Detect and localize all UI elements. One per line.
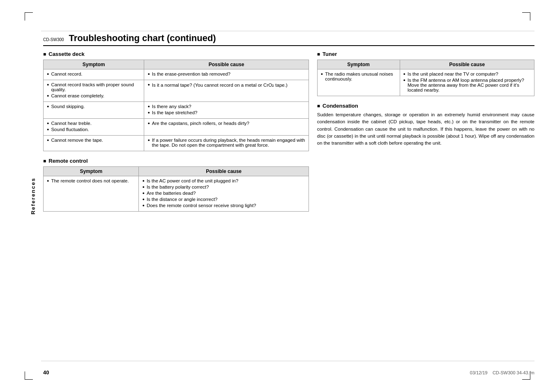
symptom-item: Cannot record tracks with proper sound q… xyxy=(47,82,140,92)
symptom-cell: The radio makes unusual noises continuou… xyxy=(317,69,400,96)
cause-cell: If a power failure occurs during playbac… xyxy=(144,136,309,151)
right-column: Tuner Symptom Possible cause Th xyxy=(317,51,534,218)
corner-mark-bl xyxy=(25,371,33,380)
footer-date: 03/12/19 xyxy=(470,370,488,375)
cause-item: Is the unit placed near the TV or comput… xyxy=(403,71,531,76)
page-footer: 40 03/12/19 CD-SW300 34-43.fm xyxy=(43,369,534,376)
cause-item: Is it a normal tape? (You cannot record … xyxy=(147,82,305,88)
tuner-section-header: Tuner xyxy=(317,51,534,57)
cause-item: Are the batteries dead? xyxy=(142,191,305,196)
two-columns: Cassette deck Symptom Possible cause xyxy=(43,51,534,218)
page-number: 40 xyxy=(43,369,49,376)
cause-item: Is the AC power cord of the unit plugged… xyxy=(142,178,305,183)
cause-item: Is the battery polarity correct? xyxy=(142,184,305,189)
condensation-section-header: Condensation xyxy=(317,103,534,109)
left-column: Cassette deck Symptom Possible cause xyxy=(43,51,309,218)
symptom-item: Cannot remove the tape. xyxy=(47,138,140,143)
cause-cell: Is the erase-prevention tab removed? xyxy=(144,69,309,80)
remote-control-section-header: Remote control xyxy=(43,158,309,164)
symptom-cell: Cannot hear treble. Sound fluctuation. xyxy=(44,119,144,136)
table-row: Sound skipping. Is there any slack? Is t… xyxy=(44,102,309,119)
condensation-title: Condensation xyxy=(322,103,358,109)
cause-item: Is there any slack? xyxy=(147,104,305,109)
cassette-deck-title: Cassette deck xyxy=(48,51,84,57)
footer-file: CD-SW300 34-43.fm xyxy=(493,370,534,375)
symptom-item: Sound skipping. xyxy=(47,104,140,109)
symptom-cell: Cannot record tracks with proper sound q… xyxy=(44,80,144,102)
cassette-deck-section-header: Cassette deck xyxy=(43,51,309,57)
remote-cause-header: Possible cause xyxy=(139,167,309,176)
corner-mark-tr xyxy=(522,12,530,21)
remote-control-title: Remote control xyxy=(48,158,88,164)
condensation-text: Sudden temperature changes, storage or o… xyxy=(317,111,534,147)
cause-item: Is the FM antenna or AM loop antenna pla… xyxy=(403,78,531,92)
top-border-line xyxy=(41,31,534,31)
cause-cell: Is there any slack? Is the tape stretche… xyxy=(144,102,309,119)
symptom-item: The radio makes unusual noises continuou… xyxy=(321,71,396,81)
page: References CD-SW300 Troubleshooting char… xyxy=(0,0,555,392)
cause-cell: Is the unit placed near the TV or comput… xyxy=(400,69,534,96)
tuner-symptom-header: Symptom xyxy=(317,60,400,69)
tuner-title: Tuner xyxy=(322,51,337,57)
main-content: CD-SW300 Troubleshooting chart (continue… xyxy=(43,33,534,371)
page-header: CD-SW300 Troubleshooting chart (continue… xyxy=(43,33,534,46)
table-row: Cannot record. Is the erase-prevention t… xyxy=(44,69,309,80)
condensation-section: Condensation Sudden temperature changes,… xyxy=(317,103,534,147)
cause-item: Are the capstans, pinch rollers, or head… xyxy=(147,121,305,126)
symptom-cell: Cannot remove the tape. xyxy=(44,136,144,151)
cause-item: Is the erase-prevention tab removed? xyxy=(147,71,305,76)
cassette-deck-table: Symptom Possible cause Cannot record. xyxy=(43,60,309,151)
table-row: The radio makes unusual noises continuou… xyxy=(317,69,534,96)
symptom-item: Cannot record. xyxy=(47,71,140,76)
cassette-cause-header: Possible cause xyxy=(144,60,309,69)
symptom-cell: Sound skipping. xyxy=(44,102,144,119)
table-row: Cannot remove the tape. If a power failu… xyxy=(44,136,309,151)
table-row: Cannot hear treble. Sound fluctuation. A… xyxy=(44,119,309,136)
tuner-cause-header: Possible cause xyxy=(400,60,534,69)
model-number: CD-SW300 xyxy=(43,37,64,42)
table-row: Cannot record tracks with proper sound q… xyxy=(44,80,309,102)
footer-info: 03/12/19 CD-SW300 34-43.fm xyxy=(470,370,534,375)
cause-item: Does the remote control sensor receive s… xyxy=(142,203,305,208)
remote-control-table: Symptom Possible cause The remote contro… xyxy=(43,166,309,212)
cause-item: If a power failure occurs during playbac… xyxy=(147,138,305,148)
cause-cell: Is the AC power cord of the unit plugged… xyxy=(139,176,309,212)
symptom-item: The remote control does not operate. xyxy=(47,178,135,183)
tuner-table: Symptom Possible cause The radio makes u… xyxy=(317,60,534,96)
symptom-item: Sound fluctuation. xyxy=(47,127,140,132)
cassette-symptom-header: Symptom xyxy=(44,60,144,69)
cause-cell: Are the capstans, pinch rollers, or head… xyxy=(144,119,309,136)
references-sidebar: References xyxy=(29,33,37,359)
cause-cell: Is it a normal tape? (You cannot record … xyxy=(144,80,309,102)
page-title: Troubleshooting chart (continued) xyxy=(69,33,216,44)
symptom-item: Cannot hear treble. xyxy=(47,121,140,126)
remote-symptom-header: Symptom xyxy=(44,167,139,176)
symptom-cell: The remote control does not operate. xyxy=(44,176,139,212)
symptom-item: Cannot erase completely. xyxy=(47,93,140,98)
symptom-cell: Cannot record. xyxy=(44,69,144,80)
table-row: The remote control does not operate. Is … xyxy=(44,176,309,212)
references-label: References xyxy=(30,178,36,214)
cause-item: Is the distance or angle incorrect? xyxy=(142,197,305,202)
corner-mark-tl xyxy=(25,12,33,21)
cause-item: Is the tape stretched? xyxy=(147,110,305,115)
